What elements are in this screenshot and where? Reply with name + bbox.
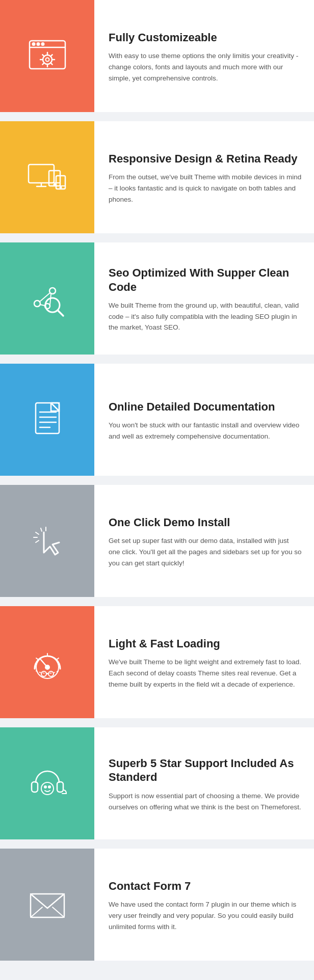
feature-icon-box-documentation (0, 364, 94, 476)
svg-line-31 (58, 310, 63, 316)
svg-line-27 (39, 293, 50, 302)
responsive-icon (24, 154, 70, 200)
svg-point-23 (60, 187, 61, 188)
feature-item-documentation: Online Detailed Documentation You won't … (0, 364, 314, 476)
features-list: Fully Customizeable With easy to use the… (0, 0, 314, 970)
svg-rect-15 (29, 165, 54, 183)
feature-content-customizeable: Fully Customizeable With easy to use the… (94, 0, 314, 112)
feature-icon-box-customizeable (0, 0, 94, 112)
svg-line-28 (40, 305, 45, 306)
feature-title-documentation: Online Detailed Documentation (109, 400, 302, 414)
seo-icon (24, 276, 70, 321)
feature-icon-box-contact (0, 849, 94, 961)
feature-content-support: Superb 5 Star Support Included As Stande… (94, 727, 314, 839)
svg-line-12 (50, 63, 53, 65)
feature-content-demo: One Click Demo Install Get set up super … (94, 485, 314, 597)
documentation-icon (24, 397, 70, 443)
feature-title-responsive: Responsive Design & Retina Ready (109, 152, 302, 166)
feature-content-documentation: Online Detailed Documentation You won't … (94, 364, 314, 476)
svg-point-25 (49, 288, 56, 294)
svg-rect-53 (57, 782, 63, 792)
feature-title-support: Superb 5 Star Support Included As Stande… (109, 756, 302, 784)
svg-line-59 (53, 907, 64, 917)
svg-point-3 (37, 43, 39, 45)
feature-item-seo: Seo Optimized With Supper Clean Code We … (0, 242, 314, 355)
svg-point-50 (48, 671, 54, 676)
feature-desc-contact: We have used the contact form 7 plugin i… (109, 899, 302, 932)
support-icon (24, 760, 70, 806)
feature-content-fast: Light & Fast Loading We've built Theme t… (94, 606, 314, 718)
contact-icon (24, 882, 70, 928)
svg-line-38 (36, 532, 39, 534)
svg-line-13 (50, 55, 53, 57)
svg-point-47 (45, 665, 49, 669)
svg-line-58 (31, 907, 42, 917)
svg-point-56 (48, 786, 50, 788)
feature-item-customizeable: Fully Customizeable With easy to use the… (0, 0, 314, 112)
feature-desc-fast: We've built Theme to be light weight and… (109, 657, 302, 690)
feature-title-fast: Light & Fast Loading (109, 637, 302, 651)
svg-point-49 (41, 671, 46, 676)
feature-item-responsive: Responsive Design & Retina Ready From th… (0, 121, 314, 233)
svg-point-55 (44, 786, 46, 788)
svg-line-37 (51, 403, 59, 411)
svg-line-40 (36, 540, 39, 542)
feature-desc-demo: Get set up super fast with our demo data… (109, 535, 302, 568)
feature-item-support: Superb 5 Star Support Included As Stande… (0, 727, 314, 839)
feature-desc-responsive: From the outset, we've built Theme with … (109, 172, 302, 205)
feature-item-contact: Contact Form 7 We have used the contact … (0, 849, 314, 961)
svg-point-2 (32, 43, 35, 45)
feature-content-responsive: Responsive Design & Retina Ready From th… (94, 121, 314, 233)
feature-icon-box-demo (0, 485, 94, 597)
feature-title-customizeable: Fully Customizeable (109, 31, 302, 45)
svg-point-20 (54, 184, 55, 185)
feature-item-fast: Light & Fast Loading We've built Theme t… (0, 606, 314, 718)
feature-desc-seo: We built Theme from the ground up, with … (109, 300, 302, 333)
svg-line-45 (57, 658, 59, 660)
feature-title-seo: Seo Optimized With Supper Clean Code (109, 266, 302, 294)
svg-point-6 (45, 58, 49, 62)
svg-point-54 (41, 782, 54, 795)
feature-icon-box-fast (0, 606, 94, 718)
feature-title-contact: Contact Form 7 (109, 879, 302, 893)
feature-content-seo: Seo Optimized With Supper Clean Code We … (94, 242, 314, 355)
feature-desc-documentation: You won't be stuck with our fantastic in… (109, 420, 302, 442)
svg-line-44 (36, 658, 38, 660)
fast-icon (24, 639, 70, 685)
svg-line-41 (41, 528, 42, 531)
svg-line-14 (42, 63, 44, 65)
feature-title-demo: One Click Demo Install (109, 515, 302, 530)
feature-content-contact: Contact Form 7 We have used the contact … (94, 849, 314, 961)
svg-rect-52 (32, 782, 38, 792)
customizeable-icon (24, 33, 70, 79)
feature-desc-support: Support is now essential part of choosin… (109, 791, 302, 812)
demo-icon (24, 518, 70, 564)
svg-point-4 (41, 43, 44, 45)
svg-line-11 (42, 55, 44, 57)
feature-icon-box-seo (0, 242, 94, 355)
feature-desc-customizeable: With easy to use theme options the only … (109, 50, 302, 84)
feature-icon-box-responsive (0, 121, 94, 233)
feature-icon-box-support (0, 727, 94, 839)
svg-line-29 (50, 294, 51, 305)
feature-item-demo: One Click Demo Install Get set up super … (0, 485, 314, 597)
